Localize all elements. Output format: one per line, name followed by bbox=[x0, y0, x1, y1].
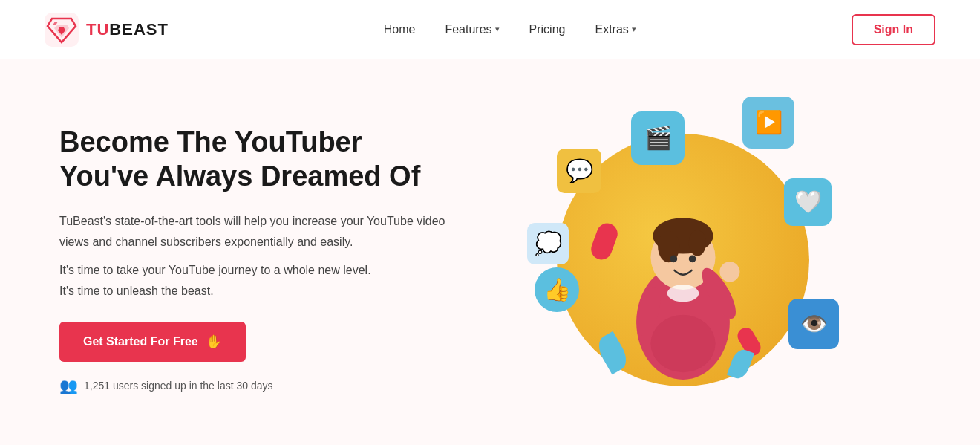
nav-pricing[interactable]: Pricing bbox=[529, 23, 566, 36]
svg-point-10 bbox=[670, 256, 678, 263]
nav-home[interactable]: Home bbox=[384, 23, 416, 36]
thumbsup-icon-float: 👍 bbox=[535, 267, 579, 312]
cta-arrow-icon: ✋ bbox=[206, 334, 222, 350]
eye-icon-float: 👁️ bbox=[788, 299, 839, 349]
hero-title: Become The YouTuber You've Always Dreame… bbox=[59, 126, 445, 193]
user-count-text: 1,251 users signed up in the last 30 day… bbox=[84, 380, 273, 392]
user-count-row: 👥 1,251 users signed up in the last 30 d… bbox=[59, 377, 445, 394]
extras-chevron-icon: ▾ bbox=[632, 25, 636, 34]
header: TUBEAST Home Features ▾ Pricing Extras ▾… bbox=[0, 0, 980, 59]
logo[interactable]: TUBEAST bbox=[45, 13, 169, 47]
hero-illustration: 🎬 💬 💭 👍 🤍 👁️ ▶ bbox=[445, 89, 921, 431]
chat2-icon-float: 💭 bbox=[527, 223, 569, 264]
character-illustration bbox=[609, 178, 757, 401]
hero-tagline1: It's time to take your YouTube journey t… bbox=[59, 264, 445, 277]
book-icon-float: ▶️ bbox=[742, 97, 794, 149]
heart-icon-float: 🤍 bbox=[784, 178, 832, 226]
hero-section: Become The YouTuber You've Always Dreame… bbox=[0, 59, 980, 445]
cta-label: Get Started For Free bbox=[83, 335, 198, 348]
nav-extras[interactable]: Extras ▾ bbox=[595, 23, 636, 36]
svg-point-15 bbox=[667, 285, 699, 302]
cta-button[interactable]: Get Started For Free ✋ bbox=[59, 322, 246, 362]
svg-point-13 bbox=[719, 262, 739, 282]
features-chevron-icon: ▾ bbox=[495, 25, 500, 34]
svg-point-16 bbox=[650, 315, 715, 372]
logo-text: TUBEAST bbox=[86, 20, 169, 39]
hero-description: TuBeast's state-of-the-art tools will he… bbox=[59, 211, 445, 251]
hero-tagline2: It's time to unleash the beast. bbox=[59, 285, 445, 298]
sign-in-button[interactable]: Sign In bbox=[852, 14, 935, 45]
film-icon-float: 🎬 bbox=[631, 111, 685, 165]
users-icon: 👥 bbox=[59, 377, 78, 394]
svg-point-11 bbox=[689, 256, 696, 263]
logo-icon bbox=[45, 13, 79, 47]
main-nav: Home Features ▾ Pricing Extras ▾ bbox=[384, 23, 636, 36]
chat-icon-float: 💬 bbox=[557, 149, 601, 193]
nav-features[interactable]: Features ▾ bbox=[445, 23, 499, 36]
hero-content: Become The YouTuber You've Always Dreame… bbox=[59, 126, 445, 394]
svg-point-9 bbox=[689, 230, 706, 256]
illustration-container: 🎬 💬 💭 👍 🤍 👁️ ▶ bbox=[512, 89, 854, 431]
